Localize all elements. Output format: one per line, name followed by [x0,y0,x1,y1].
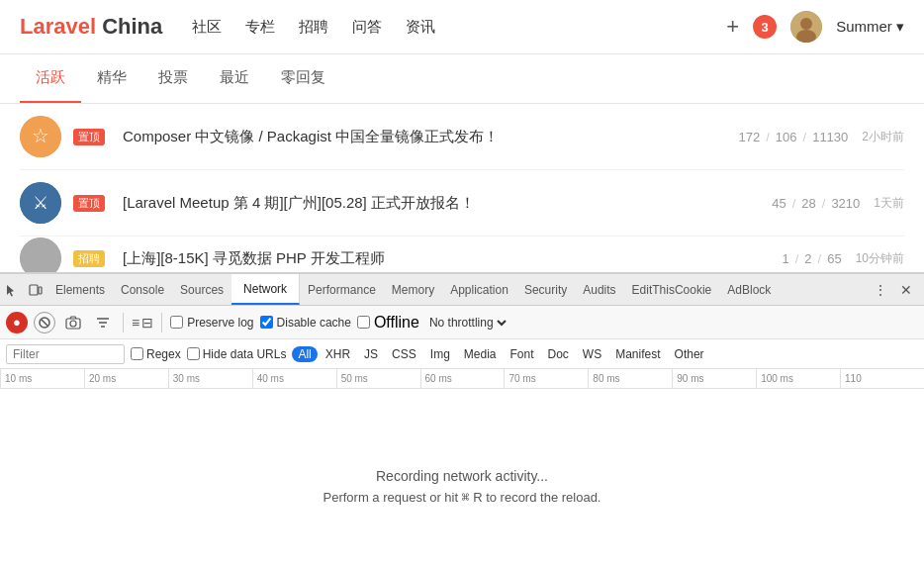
stat-views: 45 [772,196,785,211]
timeline-mark-40: 40 ms [252,369,336,388]
network-tab[interactable]: Network [231,274,300,305]
filter-tag-css[interactable]: CSS [386,346,422,362]
badge-top: 置顶 [73,129,105,145]
badge-top: 置顶 [73,195,105,212]
filter-tag-font[interactable]: Font [505,346,540,362]
timeline-mark-100: 100 ms [756,369,840,388]
tab-vote[interactable]: 投票 [142,54,204,103]
svg-point-1 [800,18,812,30]
preserve-log-checkbox[interactable] [170,316,183,329]
regex-check[interactable]: Regex [131,347,181,361]
filter-tag-img[interactable]: Img [424,346,456,362]
timeline-mark-80: 80 ms [588,369,672,388]
recording-hint-suffix: R to record the reload. [470,490,601,505]
disable-cache-group[interactable]: Disable cache [260,316,351,330]
devtools-toolbar: ● ≡ ⊟ Preserve log Disable cache Offline [0,306,924,339]
svg-point-13 [70,321,76,327]
console-tab[interactable]: Console [113,278,172,302]
filter-tag-manifest[interactable]: Manifest [609,346,666,362]
cursor-icon[interactable] [0,278,24,302]
filter-tag-xhr[interactable]: XHR [320,346,356,362]
sources-tab[interactable]: Sources [172,278,231,302]
nav-links: 社区 专栏 招聘 问答 资讯 [192,18,435,37]
security-tab[interactable]: Security [516,278,575,302]
timeline-mark-70: 70 ms [504,369,588,388]
disable-cache-checkbox[interactable] [260,316,273,329]
post-title[interactable]: Composer 中文镜像 / Packagist 中国全量镜像正式发布！ [123,128,727,146]
view-icons: ≡ ⊟ [132,315,153,331]
stat-reads: 65 [827,251,841,266]
camera-icon[interactable] [61,311,85,334]
application-tab[interactable]: Application [442,278,516,302]
notification-badge[interactable]: 3 [753,15,777,39]
filter-tag-other[interactable]: Other [669,346,710,362]
filter-tag-ws[interactable]: WS [577,346,607,362]
preserve-log-group[interactable]: Preserve log [170,316,253,330]
hide-data-checkbox[interactable] [187,347,200,360]
audits-tab[interactable]: Audits [575,278,623,302]
tab-featured[interactable]: 精华 [81,54,142,103]
devtools-panel: Elements Console Sources Network Perform… [0,272,924,521]
timeline-mark-10: 10 ms [0,369,84,388]
nav-link-column[interactable]: 专栏 [245,18,275,37]
timeline-mark-50: 50 ms [336,369,420,388]
hide-data-check[interactable]: Hide data URLs [187,347,287,361]
badge-job: 招聘 [73,250,105,267]
timeline-mark-90: 90 ms [672,369,756,388]
record-button[interactable]: ● [6,312,28,333]
clear-button[interactable] [34,312,55,333]
timeline-area: 10 ms 20 ms 30 ms 40 ms 50 ms 60 ms 70 m… [0,369,924,448]
close-devtools-icon[interactable]: ✕ [894,278,918,302]
stat-views: 172 [739,130,761,144]
tab-active[interactable]: 活跃 [20,54,81,103]
add-button[interactable]: + [726,14,739,40]
svg-point-7 [20,238,61,272]
nav-link-news[interactable]: 资讯 [406,18,435,37]
keyboard-shortcut: ⌘ [462,490,470,505]
memory-tab[interactable]: Memory [384,278,442,302]
stat-replies: 106 [776,130,797,144]
logo: Laravel China [20,14,162,40]
adblock-tab[interactable]: AdBlock [719,278,779,302]
post-title[interactable]: [上海][8-15K] 寻觅数据 PHP 开发工程师 [123,249,770,268]
regex-checkbox[interactable] [131,347,143,360]
svg-rect-8 [30,285,38,295]
offline-group: Offline [357,314,419,332]
content-tabs: 活跃 精华 投票 最近 零回复 [0,54,924,104]
stat-reads: 11130 [812,130,848,144]
recording-status: Recording network activity... [376,468,548,484]
elements-tab[interactable]: Elements [47,278,113,302]
more-options-icon[interactable]: ⋮ [869,278,892,302]
user-menu[interactable]: Summer ▾ [836,18,904,36]
nav-link-qa[interactable]: 问答 [352,18,382,37]
group-view-icon[interactable]: ⊟ [141,315,153,331]
timeline-body [0,389,924,448]
stat-replies: 2 [804,251,811,266]
editthiscookie-tab[interactable]: EditThisCookie [624,278,720,302]
recording-hint: Perform a request or hit ⌘ R to record t… [323,490,601,505]
device-icon[interactable] [24,278,47,302]
filter-icon[interactable] [91,311,115,334]
avatar[interactable] [790,11,822,43]
top-nav: Laravel China 社区 专栏 招聘 问答 资讯 + 3 Summer … [0,0,924,54]
list-view-icon[interactable]: ≡ [132,315,139,331]
nav-link-community[interactable]: 社区 [192,18,222,37]
hide-data-label: Hide data URLs [203,347,287,361]
stat-replies: 28 [801,196,815,211]
list-item: ⚔ 置顶 [Laravel Meetup 第 4 期][广州][05.28] 正… [20,170,904,237]
throttle-select[interactable]: No throttling [425,315,509,331]
offline-checkbox[interactable] [357,316,370,329]
filter-tag-all[interactable]: All [292,346,317,362]
post-time: 2小时前 [862,129,904,145]
filter-input[interactable] [6,344,125,364]
tab-no-reply[interactable]: 零回复 [265,54,341,103]
filter-tag-doc[interactable]: Doc [542,346,575,362]
filter-tag-media[interactable]: Media [458,346,503,362]
filter-tag-js[interactable]: JS [358,346,384,362]
post-title[interactable]: [Laravel Meetup 第 4 期][广州][05.28] 正式开放报名… [123,194,760,213]
performance-tab[interactable]: Performance [300,278,384,302]
stat-reads: 3210 [831,196,860,211]
nav-link-jobs[interactable]: 招聘 [299,18,328,37]
tab-recent[interactable]: 最近 [204,54,265,103]
svg-text:☆: ☆ [32,125,49,146]
